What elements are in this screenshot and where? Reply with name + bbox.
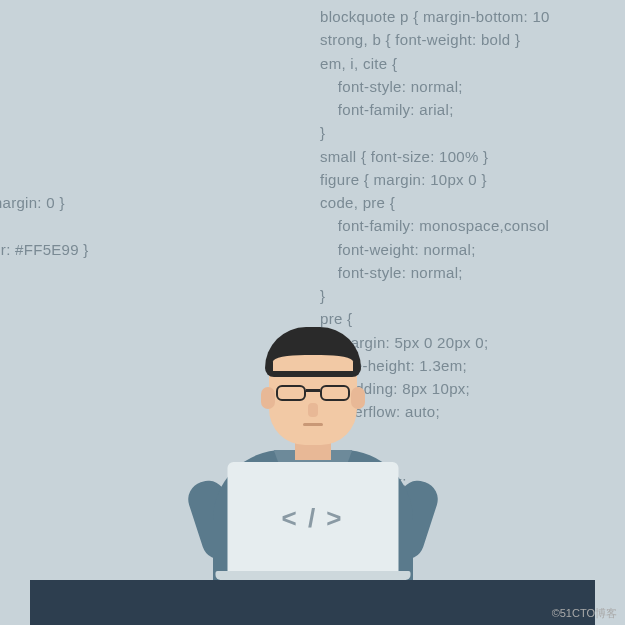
lens-right <box>320 385 350 401</box>
laptop: < / > <box>215 462 410 580</box>
lens-left <box>276 385 306 401</box>
code-icon: < / > <box>281 503 343 534</box>
ear-left <box>261 387 275 409</box>
glasses-bridge <box>306 389 320 392</box>
desk <box>30 580 595 625</box>
hair <box>265 327 361 377</box>
nose <box>308 403 318 417</box>
mouth <box>303 423 323 426</box>
glasses-icon <box>276 385 350 403</box>
watermark: ©51CTO博客 <box>552 606 617 621</box>
head <box>269 335 357 445</box>
laptop-screen: < / > <box>227 462 398 574</box>
laptop-base <box>215 571 410 580</box>
ear-right <box>351 387 365 409</box>
